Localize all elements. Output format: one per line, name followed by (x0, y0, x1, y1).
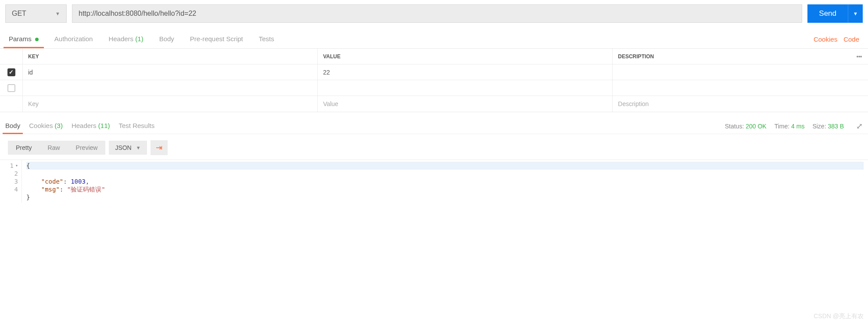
response-tab-cookies[interactable]: Cookies (3) (29, 118, 63, 134)
chevron-down-icon: ▼ (55, 11, 60, 16)
params-table: KEY VALUE DESCRIPTION ••• id 22 Key Valu… (0, 48, 868, 112)
param-key-input[interactable] (23, 80, 318, 96)
link-cookies[interactable]: Cookies (814, 35, 837, 43)
line-gutter: 1▾ 2 3 4 (0, 160, 22, 203)
tab-body[interactable]: Body (159, 31, 174, 48)
response-code[interactable]: { "code": 1003, "msg": "验证码错误" } (22, 160, 868, 203)
view-preview-button[interactable]: Preview (68, 141, 106, 155)
description-header: DESCRIPTION (613, 49, 850, 64)
param-desc-input[interactable] (613, 80, 850, 96)
send-dropdown-button[interactable]: ▼ (848, 4, 863, 23)
response-body: 1▾ 2 3 4 { "code": 1003, "msg": "验证码错误" … (0, 160, 868, 203)
tab-prerequest[interactable]: Pre-request Script (190, 31, 243, 48)
send-button[interactable]: Send (807, 4, 848, 23)
param-value-input[interactable]: 22 (318, 64, 613, 80)
link-code[interactable]: Code (843, 35, 859, 43)
http-method-select[interactable]: GET ▼ (5, 4, 67, 23)
table-row (0, 80, 868, 96)
param-key-input[interactable]: id (23, 64, 318, 80)
table-row: id 22 (0, 64, 868, 80)
expand-icon[interactable]: ⤢ (856, 121, 863, 131)
status-code: 200 OK (746, 123, 766, 130)
param-checkbox[interactable] (7, 84, 15, 92)
param-desc-input[interactable]: Description (613, 96, 850, 112)
table-row: Key Value Description (0, 96, 868, 112)
param-value-input[interactable]: Value (318, 96, 613, 112)
tab-tests[interactable]: Tests (259, 31, 274, 48)
chevron-down-icon: ▼ (853, 11, 858, 16)
param-checkbox[interactable] (7, 68, 15, 76)
tab-headers[interactable]: Headers (1) (108, 31, 143, 48)
response-tab-body[interactable]: Body (5, 118, 20, 134)
key-header: KEY (23, 49, 318, 64)
view-pretty-button[interactable]: Pretty (8, 141, 40, 155)
http-method-value: GET (12, 10, 26, 18)
active-dot-icon (35, 38, 39, 41)
chevron-down-icon: ▼ (136, 145, 141, 150)
tab-params[interactable]: Params (9, 31, 39, 48)
url-input[interactable]: http://localhost:8080/hello/hello?id=22 (72, 4, 802, 23)
view-raw-button[interactable]: Raw (40, 141, 68, 155)
tab-authorization[interactable]: Authorization (54, 31, 93, 48)
format-select[interactable]: JSON ▼ (109, 141, 147, 155)
status-size: 383 B (828, 123, 844, 130)
status-time: 4 ms (791, 123, 804, 130)
response-tab-headers[interactable]: Headers (11) (72, 118, 110, 134)
response-tab-testresults[interactable]: Test Results (118, 118, 154, 134)
wrap-line-button[interactable]: ⇥ (151, 140, 168, 155)
param-value-input[interactable] (318, 80, 613, 96)
url-value: http://localhost:8080/hello/hello?id=22 (79, 10, 196, 18)
status-info: Status: 200 OK Time: 4 ms Size: 383 B ⤢ (725, 121, 863, 131)
checkbox-header-cell (0, 49, 23, 64)
param-desc-input[interactable] (613, 64, 850, 80)
bulk-edit-icon[interactable]: ••• (850, 49, 868, 64)
param-key-input[interactable]: Key (23, 96, 318, 112)
value-header: VALUE (318, 49, 613, 64)
fold-arrow-icon[interactable]: ▾ (15, 162, 18, 170)
